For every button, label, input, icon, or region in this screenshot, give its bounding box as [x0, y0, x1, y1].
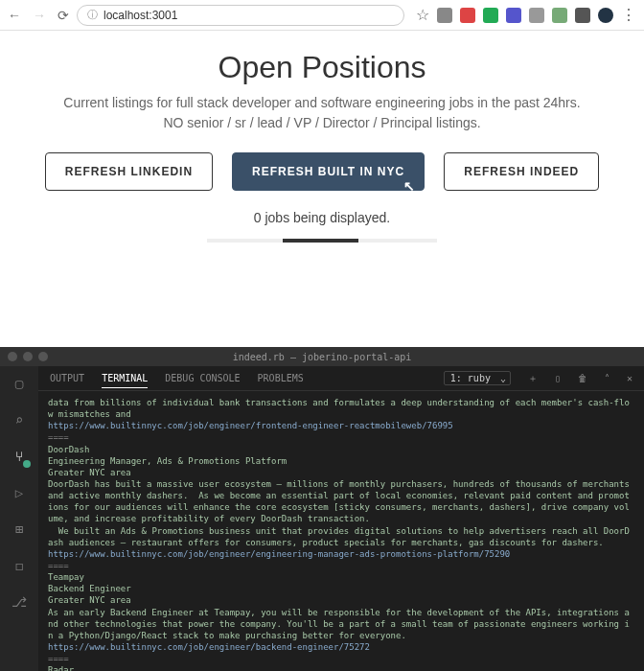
terminal-window: indeed.rb — joberino-portal-api ▢ ⌕ ⑂ ▷ … [0, 347, 644, 671]
search-icon[interactable]: ⌕ [10, 410, 29, 429]
reload-icon[interactable]: ⟳ [58, 8, 69, 23]
close-traffic-icon[interactable] [8, 352, 17, 361]
tab-output[interactable]: OUTPUT [50, 373, 84, 383]
activity-bar: ▢ ⌕ ⑂ ▷ ⊞ ◻ ⎇ [0, 366, 38, 671]
info-icon: ⓘ [87, 8, 98, 22]
avatar-icon[interactable] [598, 8, 613, 23]
page-content: Open Positions Current listings for full… [0, 31, 644, 262]
ext-icon[interactable] [506, 8, 521, 23]
close-panel-icon[interactable]: ✕ [627, 373, 632, 383]
ext-icon[interactable] [552, 8, 567, 23]
terminal-select[interactable]: 1: ruby [444, 371, 511, 385]
ext-icon[interactable] [575, 8, 590, 23]
panel-tabs: OUTPUT TERMINAL DEBUG CONSOLE PROBLEMS 1… [38, 366, 644, 391]
forward-icon[interactable]: → [33, 8, 46, 23]
subtitle: Current listings for full stack develope… [38, 93, 606, 133]
split-terminal-icon[interactable]: ▯ [555, 373, 561, 383]
button-row: REFRESH LINKEDIN REFRESH BUILT IN NYC ↖ … [38, 152, 606, 191]
status-text: 0 jobs being displayed. [38, 210, 606, 225]
window-titlebar: indeed.rb — joberino-portal-api [0, 347, 644, 366]
cursor-icon: ↖ [403, 178, 416, 194]
extension-icons: ⋮ [437, 6, 636, 24]
minimize-traffic-icon[interactable] [23, 352, 33, 361]
debug-icon[interactable]: ▷ [10, 483, 29, 502]
bookmark-icon[interactable]: ◻ [10, 556, 29, 575]
maximize-panel-icon[interactable]: ˄ [605, 373, 610, 383]
ext-icon[interactable] [460, 8, 475, 23]
bookmark-icon[interactable]: ☆ [416, 6, 429, 24]
refresh-indeed-button[interactable]: REFRESH INDEED [444, 152, 599, 191]
menu-icon[interactable]: ⋮ [621, 6, 636, 24]
tab-debug[interactable]: DEBUG CONSOLE [165, 373, 240, 383]
progress-bar [283, 239, 358, 243]
url-bar[interactable]: ⓘ localhost:3001 [77, 5, 404, 26]
refresh-builtin-button[interactable]: REFRESH BUILT IN NYC ↖ [232, 152, 425, 191]
back-icon[interactable]: ← [8, 8, 21, 23]
tab-problems[interactable]: PROBLEMS [258, 373, 304, 383]
kill-terminal-icon[interactable]: 🗑 [578, 373, 587, 383]
browser-toolbar: ← → ⟳ ⓘ localhost:3001 ☆ ⋮ [0, 0, 644, 31]
window-title: indeed.rb — joberino-portal-api [233, 352, 412, 362]
refresh-linkedin-button[interactable]: REFRESH LINKEDIN [45, 152, 213, 191]
page-title: Open Positions [38, 50, 606, 85]
extensions-icon[interactable]: ⊞ [10, 520, 29, 539]
ext-icon[interactable] [483, 8, 498, 23]
explorer-icon[interactable]: ▢ [10, 374, 29, 393]
source-control-icon[interactable]: ⑂ [10, 447, 29, 466]
zoom-traffic-icon[interactable] [38, 352, 48, 361]
progress-track [207, 239, 437, 243]
terminal-output[interactable]: data from billions of individual bank tr… [38, 391, 644, 671]
ext-icon[interactable] [437, 8, 452, 23]
new-terminal-icon[interactable]: ＋ [528, 372, 538, 385]
ext-icon[interactable] [529, 8, 544, 23]
tab-terminal[interactable]: TERMINAL [102, 373, 148, 388]
git-icon[interactable]: ⎇ [10, 592, 29, 612]
url-text: localhost:3001 [104, 9, 177, 22]
